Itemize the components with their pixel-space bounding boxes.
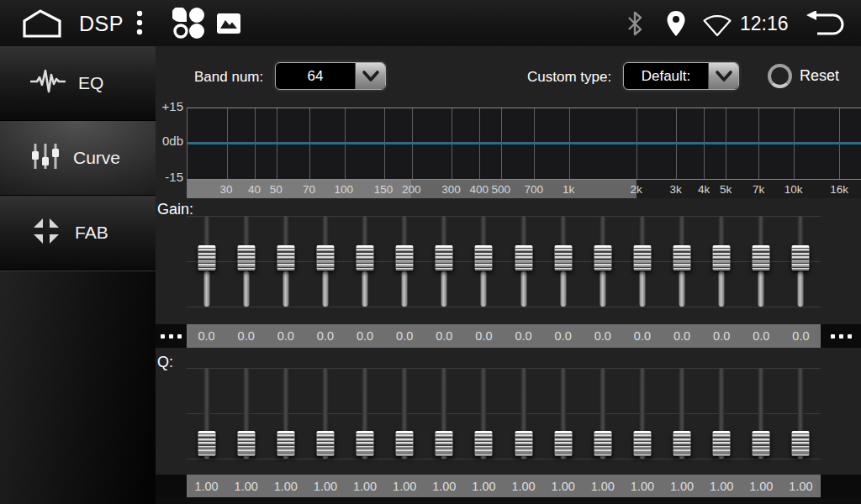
- gain-slider-thumb[interactable]: [554, 245, 572, 270]
- y-axis-label-plus15: +15: [156, 99, 183, 113]
- q-slider[interactable]: [742, 368, 781, 460]
- slider-track-lower: [520, 271, 526, 307]
- more-bands-right-button[interactable]: [821, 324, 861, 348]
- custom-type-select[interactable]: Default:: [623, 62, 739, 90]
- gain-slider-thumb[interactable]: [594, 245, 611, 270]
- gain-slider[interactable]: [702, 216, 742, 308]
- q-slider-thumb[interactable]: [515, 431, 532, 456]
- q-value-row: 1.001.001.001.001.001.001.001.001.001.00…: [156, 475, 861, 497]
- gain-slider[interactable]: [187, 216, 226, 308]
- clover-apps-icon[interactable]: [171, 8, 208, 39]
- gain-slider[interactable]: [543, 216, 583, 308]
- back-arrow-icon[interactable]: [805, 11, 848, 36]
- gain-value: 0.0: [781, 324, 821, 348]
- q-slider[interactable]: [543, 368, 583, 460]
- freq-tick-label: 70: [303, 183, 315, 196]
- app-title: DSP: [79, 10, 124, 37]
- gain-slider[interactable]: [385, 216, 425, 308]
- freq-tick-label: 3k: [670, 183, 682, 196]
- gain-slider-thumb[interactable]: [198, 245, 215, 270]
- q-slider[interactable]: [464, 368, 504, 460]
- gain-value: 0.0: [504, 324, 543, 348]
- freq-tick-label: 500: [491, 183, 510, 196]
- gain-slider[interactable]: [663, 216, 702, 308]
- gain-slider-thumb[interactable]: [633, 245, 651, 270]
- gain-slider-thumb[interactable]: [673, 245, 691, 270]
- gain-slider[interactable]: [425, 216, 464, 308]
- gain-slider-thumb[interactable]: [436, 245, 453, 270]
- band-num-select[interactable]: 64: [275, 62, 386, 90]
- q-slider[interactable]: [583, 368, 622, 460]
- q-slider-thumb[interactable]: [673, 431, 691, 456]
- gain-slider[interactable]: [583, 216, 622, 308]
- gain-slider-thumb[interactable]: [357, 245, 374, 270]
- q-slider-thumb[interactable]: [237, 431, 255, 456]
- freq-tick-label: 4k: [698, 183, 710, 196]
- q-slider[interactable]: [425, 368, 464, 460]
- q-slider-thumb[interactable]: [792, 431, 810, 456]
- gain-slider-thumb[interactable]: [396, 245, 414, 270]
- home-icon[interactable]: [20, 8, 64, 39]
- gain-value: 0.0: [305, 324, 345, 348]
- freq-tick-label: 100: [335, 183, 354, 196]
- waveform-icon: [30, 68, 66, 98]
- q-slider-thumb[interactable]: [316, 431, 334, 456]
- gain-slider[interactable]: [742, 216, 781, 308]
- y-axis-label-0db: 0db: [156, 134, 183, 148]
- gain-slider[interactable]: [226, 216, 266, 308]
- sidebar-item-fab[interactable]: FAB: [0, 196, 156, 270]
- sidebar-item-curve[interactable]: Curve: [0, 121, 156, 196]
- gain-slider[interactable]: [266, 216, 305, 308]
- gain-slider-thumb[interactable]: [713, 245, 731, 270]
- gain-slider-thumb[interactable]: [277, 245, 294, 270]
- q-value: 1.00: [346, 475, 385, 497]
- q-slider[interactable]: [702, 368, 742, 460]
- gain-slider-thumb[interactable]: [753, 245, 770, 270]
- gain-slider[interactable]: [305, 216, 345, 308]
- gain-slider[interactable]: [346, 216, 385, 308]
- gain-value: 0.0: [187, 324, 226, 348]
- q-slider-thumb[interactable]: [277, 431, 294, 456]
- kebab-menu-icon[interactable]: [131, 9, 148, 38]
- sidebar-item-eq[interactable]: EQ: [0, 46, 156, 121]
- gain-value: 0.0: [266, 324, 305, 348]
- gain-slider[interactable]: [622, 216, 662, 308]
- q-slider[interactable]: [622, 368, 662, 460]
- gain-slider[interactable]: [781, 216, 821, 308]
- q-value: 1.00: [425, 475, 464, 497]
- q-slider-thumb[interactable]: [594, 431, 611, 456]
- q-slider[interactable]: [504, 368, 543, 460]
- q-slider-thumb[interactable]: [713, 431, 731, 456]
- q-slider[interactable]: [781, 368, 821, 460]
- more-bands-left-button[interactable]: [156, 324, 187, 348]
- q-slider[interactable]: [226, 368, 266, 460]
- gain-slider-thumb[interactable]: [792, 245, 810, 270]
- ellipsis-icon: [831, 334, 852, 339]
- gain-slider-thumb[interactable]: [515, 245, 532, 270]
- slider-track-lower: [402, 271, 408, 307]
- q-slider-thumb[interactable]: [554, 431, 572, 456]
- q-slider[interactable]: [385, 368, 425, 460]
- gain-slider[interactable]: [464, 216, 504, 308]
- q-value: 1.00: [504, 475, 543, 497]
- gain-slider-thumb[interactable]: [237, 245, 255, 270]
- gain-slider-thumb[interactable]: [316, 245, 334, 270]
- q-slider[interactable]: [305, 368, 345, 460]
- reset-radio[interactable]: [768, 64, 792, 88]
- photo-icon[interactable]: [216, 13, 241, 34]
- q-slider[interactable]: [187, 368, 226, 460]
- q-slider-thumb[interactable]: [436, 431, 453, 456]
- reset-button[interactable]: Reset: [768, 62, 839, 89]
- freq-tick-label: 16k: [830, 183, 848, 196]
- q-slider-thumb[interactable]: [753, 431, 770, 456]
- q-slider-thumb[interactable]: [396, 431, 414, 456]
- q-slider-thumb[interactable]: [475, 431, 493, 456]
- gain-slider-thumb[interactable]: [475, 245, 493, 270]
- q-slider-thumb[interactable]: [633, 431, 651, 456]
- q-slider-thumb[interactable]: [198, 431, 215, 456]
- q-slider[interactable]: [663, 368, 702, 460]
- q-slider-thumb[interactable]: [357, 431, 374, 456]
- q-slider[interactable]: [346, 368, 385, 460]
- q-slider[interactable]: [266, 368, 305, 460]
- gain-slider[interactable]: [504, 216, 543, 308]
